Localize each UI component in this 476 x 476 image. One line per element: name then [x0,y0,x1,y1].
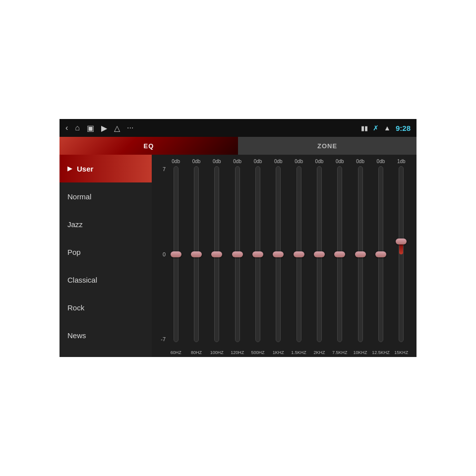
slider-track-500HZ[interactable] [255,166,260,342]
sidebar-item-normal[interactable]: Normal [60,182,152,210]
tab-zone[interactable]: ZONE [238,137,416,155]
home-icon[interactable]: ⌂ [75,123,80,132]
status-bar: ‹ ⌂ ▣ ▶ △ ··· ▮▮ ✗ ▲ 9:28 [60,119,416,137]
freq-label-80HZ: 80HZ [187,350,206,355]
db-label-500HZ: 0db [248,159,267,164]
slider-col-60HZ[interactable] [167,166,185,342]
slider-track-60HZ[interactable] [174,166,178,342]
camera-icon[interactable]: ▶ [101,123,107,133]
slider-track-1.5KHZ[interactable] [297,166,301,342]
device-container: ‹ ⌂ ▣ ▶ △ ··· ▮▮ ✗ ▲ 9:28 EQ ZONE ▶ User [60,119,416,357]
eq-sliders-row: 7 0 -7 [157,164,412,350]
db-label-120HZ: 0db [228,159,247,164]
sidebar: ▶ User Normal Jazz Pop Classical Rock Ne… [60,155,152,357]
db-label-2KHZ: 0db [310,159,329,164]
slider-col-10KHZ[interactable] [351,166,370,342]
slider-thumb-1KHZ[interactable] [273,251,284,257]
main-content: ▶ User Normal Jazz Pop Classical Rock Ne… [60,155,416,357]
slider-thumb-1.5KHZ[interactable] [294,251,304,257]
db-label-12.5KHZ: 0db [371,159,390,164]
more-icon[interactable]: ··· [127,123,133,132]
slider-thumb-500HZ[interactable] [252,251,263,257]
slider-col-1KHZ[interactable] [269,166,288,342]
db-label-15KHZ: 1db [392,159,411,164]
db-label-100HZ: 0db [207,159,226,164]
status-left: ‹ ⌂ ▣ ▶ △ ··· [65,123,133,133]
cast-icon: ▮▮ [361,124,368,132]
y-axis-labels: 7 0 -7 [157,164,166,350]
freq-label-7.5KHZ: 7.5KHZ [330,350,349,355]
db-label-60HZ: 0db [167,159,185,164]
status-right: ▮▮ ✗ ▲ 9:28 [361,124,411,132]
freq-label-100HZ: 100HZ [207,350,226,355]
db-label-1.5KHZ: 0db [290,159,308,164]
slider-col-12.5KHZ[interactable] [371,166,390,342]
slider-col-120HZ[interactable] [228,166,247,342]
slider-thumb-12.5KHZ[interactable] [375,251,386,257]
slider-track-15KHZ[interactable] [399,166,404,342]
freq-label-60HZ: 60HZ [167,350,185,355]
freq-label-500HZ: 500HZ [248,350,267,355]
play-icon: ▶ [67,165,72,172]
slider-col-2KHZ[interactable] [310,166,329,342]
freq-label-1KHZ: 1KHZ [269,350,288,355]
slider-col-100HZ[interactable] [207,166,226,342]
sliders-container [166,164,412,350]
slider-col-500HZ[interactable] [248,166,267,342]
tab-eq[interactable]: EQ [60,137,238,155]
db-label-7.5KHZ: 0db [330,159,349,164]
freq-labels-row: 60HZ80HZ100HZ120HZ500HZ1KHZ1.5KHZ2KHZ7.5… [157,350,412,357]
slider-thumb-80HZ[interactable] [191,251,202,257]
slider-col-15KHZ[interactable] [392,166,411,342]
slider-track-120HZ[interactable] [235,166,240,342]
slider-track-10KHZ[interactable] [358,166,363,342]
slider-thumb-7.5KHZ[interactable] [334,251,345,257]
wifi-icon: ▲ [384,124,391,132]
freq-label-120HZ: 120HZ [228,350,247,355]
slider-thumb-15KHZ[interactable] [396,238,407,244]
freq-label-2KHZ: 2KHZ [310,350,329,355]
db-label-80HZ: 0db [187,159,206,164]
recent-icon[interactable]: ▣ [87,123,94,133]
sidebar-item-classical[interactable]: Classical [60,266,152,294]
slider-track-7.5KHZ[interactable] [337,166,342,342]
slider-track-100HZ[interactable] [214,166,219,342]
sidebar-item-jazz[interactable]: Jazz [60,210,152,238]
sidebar-item-news[interactable]: News [60,321,152,349]
slider-thumb-10KHZ[interactable] [355,251,366,257]
freq-label-15KHZ: 15KHZ [392,350,411,355]
db-label-1KHZ: 0db [269,159,288,164]
slider-col-1.5KHZ[interactable] [290,166,308,342]
slider-thumb-120HZ[interactable] [232,251,243,257]
eq-area: 0db0db0db0db0db0db0db0db0db0db0db1db 7 0… [152,155,416,357]
sidebar-item-pop[interactable]: Pop [60,238,152,266]
sidebar-item-user[interactable]: ▶ User [60,155,152,182]
slider-thumb-2KHZ[interactable] [314,251,325,257]
bluetooth-icon: ✗ [373,124,379,132]
freq-label-12.5KHZ: 12.5KHZ [371,350,390,355]
db-labels-top: 0db0db0db0db0db0db0db0db0db0db0db1db [157,159,412,164]
freq-label-1.5KHZ: 1.5KHZ [290,350,308,355]
slider-thumb-60HZ[interactable] [171,251,181,257]
slider-col-80HZ[interactable] [187,166,206,342]
back-icon[interactable]: ‹ [65,123,68,132]
slider-track-80HZ[interactable] [194,166,199,342]
slider-track-12.5KHZ[interactable] [378,166,383,342]
slider-thumb-100HZ[interactable] [211,251,222,257]
slider-col-7.5KHZ[interactable] [330,166,349,342]
db-label-10KHZ: 0db [351,159,370,164]
slider-track-2KHZ[interactable] [317,166,322,342]
basket-icon[interactable]: △ [114,123,120,133]
sidebar-item-rock[interactable]: Rock [60,294,152,321]
slider-track-1KHZ[interactable] [276,166,281,342]
clock: 9:28 [396,124,411,132]
y-label-7: 7 [157,166,166,172]
tab-bar: EQ ZONE [60,137,416,155]
y-label-neg7: -7 [157,336,166,342]
y-label-0: 0 [157,251,166,257]
freq-label-10KHZ: 10KHZ [351,350,370,355]
